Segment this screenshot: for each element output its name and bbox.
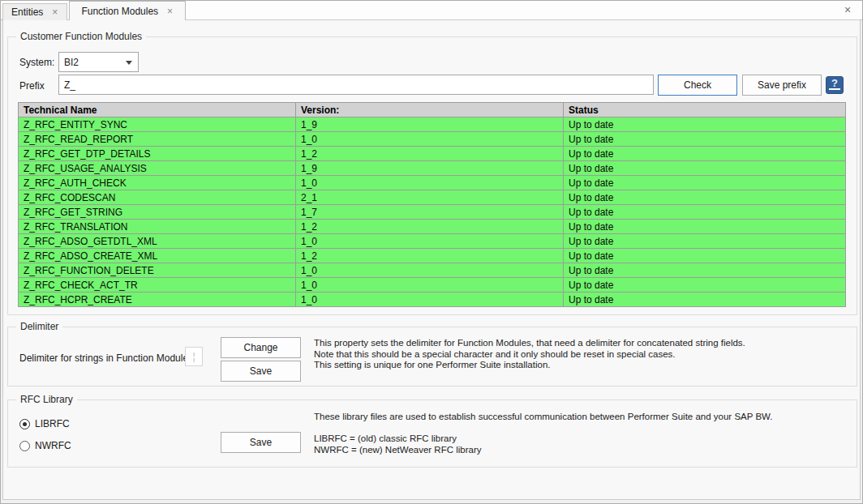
tab-function-modules[interactable]: Function Modules × xyxy=(69,1,186,20)
cell-status: Up to date xyxy=(564,117,846,132)
cell-technical-name: Z_RFC_ENTITY_SYNC xyxy=(19,117,296,132)
prefix-label: Prefix xyxy=(19,80,45,92)
cell-version: 1_0 xyxy=(296,293,564,307)
table-row[interactable]: Z_RFC_ENTITY_SYNC1_9Up to date xyxy=(19,117,846,132)
column-header-version[interactable]: Version: xyxy=(296,103,564,117)
radio-nwrfc-label: NWRFC xyxy=(35,440,71,451)
tab-entities[interactable]: Entities × xyxy=(2,3,67,20)
cell-technical-name: Z_RFC_ADSO_GETDTL_XML xyxy=(19,234,296,249)
cell-status: Up to date xyxy=(564,190,846,205)
cell-status: Up to date xyxy=(564,249,846,263)
window-close-icon[interactable]: × xyxy=(841,3,854,16)
system-dropdown-value: BI2 xyxy=(64,57,79,68)
tab-entities-close-icon[interactable]: × xyxy=(51,7,58,17)
save-rfc-label: Save xyxy=(250,437,272,448)
cell-technical-name: Z_RFC_ADSO_CREATE_XML xyxy=(19,249,296,263)
cell-version: 1_2 xyxy=(296,147,564,161)
help-book-spine xyxy=(829,88,840,90)
cell-status: Up to date xyxy=(564,220,846,234)
cell-status: Up to date xyxy=(564,234,846,249)
tab-entities-label: Entities xyxy=(11,6,43,18)
radio-librfc[interactable]: LIBRFC xyxy=(19,418,70,429)
table-row[interactable]: Z_RFC_CODESCAN2_1Up to date xyxy=(19,190,846,205)
cell-version: 1_0 xyxy=(296,278,564,293)
customer-group-title: Customer Function Modules xyxy=(16,31,146,42)
cell-status: Up to date xyxy=(564,205,846,220)
table-row[interactable]: Z_RFC_TRANSLATION1_2Up to date xyxy=(19,220,846,234)
tab-bar: Entities × Function Modules × × xyxy=(1,1,862,20)
table-row[interactable]: Z_RFC_READ_REPORT1_0Up to date xyxy=(19,132,846,147)
cell-version: 1_0 xyxy=(296,234,564,249)
rfc-group-title: RFC Library xyxy=(16,394,77,405)
cell-technical-name: Z_RFC_GET_DTP_DETAILS xyxy=(19,147,296,161)
save-prefix-button[interactable]: Save prefix xyxy=(742,75,822,96)
cell-technical-name: Z_RFC_GET_STRING xyxy=(19,205,296,220)
cell-status: Up to date xyxy=(564,161,846,176)
cell-technical-name: Z_RFC_CODESCAN xyxy=(19,190,296,205)
help-icon[interactable]: ? xyxy=(826,76,844,94)
radio-circle-icon xyxy=(19,419,30,429)
change-button-label: Change xyxy=(243,342,277,353)
cell-version: 1_9 xyxy=(296,117,564,132)
cell-technical-name: Z_RFC_HCPR_CREATE xyxy=(19,293,296,307)
chevron-down-icon xyxy=(126,61,132,65)
table-row[interactable]: Z_RFC_AUTH_CHECK1_0Up to date xyxy=(19,176,846,190)
check-button[interactable]: Check xyxy=(658,75,737,96)
cell-technical-name: Z_RFC_CHECK_ACT_TR xyxy=(19,278,296,293)
customer-function-modules-group: Customer Function Modules System: BI2 Pr… xyxy=(7,36,857,315)
delimiter-group: Delimiter Delimiter for strings in Funct… xyxy=(7,327,857,387)
function-modules-table: Technical Name Version: Status Z_RFC_ENT… xyxy=(18,102,846,307)
tab-function-modules-label: Function Modules xyxy=(81,6,158,17)
cell-status: Up to date xyxy=(564,263,846,278)
cell-version: 1_7 xyxy=(296,205,564,220)
table-header-row: Technical Name Version: Status xyxy=(19,103,846,117)
cell-version: 1_0 xyxy=(296,176,564,190)
cell-version: 1_9 xyxy=(296,161,564,176)
table-row[interactable]: Z_RFC_GET_DTP_DETAILS1_2Up to date xyxy=(19,147,846,161)
save-rfc-button[interactable]: Save xyxy=(221,432,301,453)
rfc-description-top: These library files are used to establis… xyxy=(314,412,772,423)
delimiter-strings-label: Delimiter for strings in Function Module… xyxy=(19,352,193,364)
check-button-label: Check xyxy=(684,79,711,91)
delimiter-group-title: Delimiter xyxy=(16,321,62,332)
table-row[interactable]: Z_RFC_USAGE_ANALYSIS1_9Up to date xyxy=(19,161,846,176)
app-window: Entities × Function Modules × × Customer… xyxy=(0,0,863,504)
cell-version: 1_0 xyxy=(296,132,564,147)
table-row[interactable]: Z_RFC_CHECK_ACT_TR1_0Up to date xyxy=(19,278,846,293)
system-label: System: xyxy=(19,57,54,68)
table-row[interactable]: Z_RFC_HCPR_CREATE1_0Up to date xyxy=(19,293,846,307)
system-dropdown[interactable]: BI2 xyxy=(58,52,139,72)
table-row[interactable]: Z_RFC_ADSO_GETDTL_XML1_0Up to date xyxy=(19,234,846,249)
delimiter-value-box[interactable]: ¦ xyxy=(185,347,203,366)
cell-technical-name: Z_RFC_AUTH_CHECK xyxy=(19,176,296,190)
cell-version: 1_0 xyxy=(296,263,564,278)
table-row[interactable]: Z_RFC_ADSO_CREATE_XML1_2Up to date xyxy=(19,249,846,263)
cell-version: 1_2 xyxy=(296,220,564,234)
delimiter-description: This property sets the delimiter for Fun… xyxy=(314,338,745,371)
cell-status: Up to date xyxy=(564,132,846,147)
tab-function-modules-close-icon[interactable]: × xyxy=(166,6,174,16)
cell-version: 1_2 xyxy=(296,249,564,263)
radio-nwrfc[interactable]: NWRFC xyxy=(19,440,71,451)
cell-status: Up to date xyxy=(564,176,846,190)
prefix-input[interactable] xyxy=(58,75,654,95)
rfc-description-bottom: LIBRFC = (old) classic RFC library NWRFC… xyxy=(314,434,482,455)
cell-version: 2_1 xyxy=(296,190,564,205)
save-prefix-button-label: Save prefix xyxy=(758,79,806,91)
cell-status: Up to date xyxy=(564,147,846,161)
cell-technical-name: Z_RFC_FUNCTION_DELETE xyxy=(19,263,296,278)
cell-status: Up to date xyxy=(564,293,846,307)
table-row[interactable]: Z_RFC_FUNCTION_DELETE1_0Up to date xyxy=(19,263,846,278)
save-delimiter-label: Save xyxy=(250,365,272,377)
column-header-status[interactable]: Status xyxy=(564,103,846,117)
column-header-technical-name[interactable]: Technical Name xyxy=(19,103,296,117)
cell-technical-name: Z_RFC_READ_REPORT xyxy=(19,132,296,147)
cell-technical-name: Z_RFC_TRANSLATION xyxy=(19,220,296,234)
radio-circle-icon xyxy=(19,441,30,451)
save-delimiter-button[interactable]: Save xyxy=(221,361,301,382)
cell-status: Up to date xyxy=(564,278,846,293)
table-row[interactable]: Z_RFC_GET_STRING1_7Up to date xyxy=(19,205,846,220)
change-delimiter-button[interactable]: Change xyxy=(221,337,301,358)
cell-technical-name: Z_RFC_USAGE_ANALYSIS xyxy=(19,161,296,176)
rfc-library-group: RFC Library LIBRFC NWRFC Save These libr… xyxy=(7,399,857,468)
